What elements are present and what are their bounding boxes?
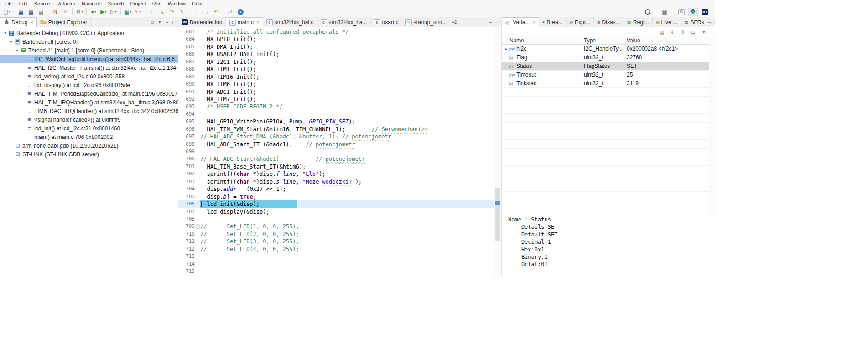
code-line[interactable]: 691 MX_ADC1_Init(); (178, 88, 494, 96)
line-number[interactable]: 688 (178, 66, 200, 73)
code-line[interactable]: 693 /* USER CODE BEGIN 2 */ (178, 103, 494, 110)
code-line[interactable]: 686 MX_USART2_UART_Init(); (178, 51, 494, 58)
editor-tab-startup-stm[interactable]: Sstartup_stm... (402, 17, 451, 27)
variables-view-tab-live[interactable]: ◉Live ... (653, 17, 681, 27)
menu-run[interactable]: Run (149, 1, 165, 6)
tab-overflow-indicator[interactable]: »2 (450, 17, 458, 27)
column-header-value[interactable]: Value (624, 36, 715, 44)
code-line-text[interactable]: MX_ADC1_Init(); (200, 88, 494, 96)
line-number[interactable]: 690 (178, 81, 200, 88)
line-number[interactable]: 712 (178, 246, 200, 253)
stack-frame-item[interactable]: ≡HAL_TIM_PeriodElapsedCallback() at main… (0, 89, 178, 98)
menu-refactor[interactable]: Refactor (53, 1, 79, 6)
last-edit-icon[interactable]: ↶ (212, 8, 221, 16)
empty-table-row[interactable] (502, 200, 715, 209)
line-number[interactable]: 713 (178, 253, 200, 260)
save-all-icon[interactable]: ▩ (26, 8, 36, 16)
line-number[interactable]: 709- (178, 223, 200, 230)
line-number[interactable]: 704 (178, 185, 200, 193)
variable-row[interactable]: (x)=StatusFlagStatusSET (502, 62, 715, 71)
code-line-text[interactable] (200, 215, 494, 223)
print-icon[interactable]: ▤ (36, 8, 46, 16)
code-line-text[interactable]: MX_TIM16_Init(); (200, 73, 494, 81)
line-number[interactable]: 706 (178, 200, 200, 208)
code-line[interactable]: 684 MX_GPIO_Init(); (178, 36, 494, 43)
variables-view-tab-varia[interactable]: (x)=Varia...× (502, 17, 539, 27)
variables-view-tab-expr[interactable]: x²Expr... (567, 17, 594, 27)
build-icon[interactable]: ⚙▾ (75, 8, 84, 16)
tree-expander[interactable]: ▾ (9, 40, 14, 44)
code-line-text[interactable]: // Set_LED(1, 0, 0, 255); (200, 223, 494, 230)
code-line-text[interactable] (200, 268, 494, 275)
stack-frame-item[interactable]: ≡TIM6_DAC_IRQHandler() at stm32l4xx_it.c… (0, 107, 178, 115)
device-config-icon[interactable]: ▦▾ (123, 8, 132, 16)
nav-forward-icon[interactable]: → (202, 8, 211, 16)
code-line-text[interactable]: // HAL_ADC_Start(&hadc1); // potencjomet… (200, 155, 494, 163)
code-line[interactable]: 710// Set_LED(2, 0, 0, 255); (178, 231, 494, 238)
stack-frame-item[interactable]: ≡I2C_WaitOnFlagUntilTimeout() at stm32l4… (0, 55, 178, 63)
code-line[interactable]: 687 MX_I2C1_Init(); (178, 58, 494, 66)
empty-table-row[interactable] (502, 114, 715, 123)
code-line-text[interactable] (200, 148, 494, 155)
new-wizard-icon[interactable]: ▢▾ (2, 8, 11, 16)
maximize-icon[interactable]: ▢ (494, 17, 501, 27)
column-header-name[interactable]: Name (502, 36, 580, 44)
menu-navigate[interactable]: Navigate (78, 1, 104, 6)
code-line-text[interactable]: MX_USART2_UART_Init(); (200, 51, 494, 58)
code-line-text[interactable] (200, 253, 494, 260)
code-line-text[interactable]: MX_GPIO_Init(); (200, 36, 494, 43)
line-number[interactable]: 710 (178, 231, 200, 238)
line-number[interactable]: 689 (178, 73, 200, 81)
code-line-text[interactable]: lcd_display(&disp); (200, 208, 494, 215)
code-line-text[interactable]: sprintf((char *)disp.s_line, "Moze wodec… (200, 178, 494, 185)
code-line-text[interactable]: // Set_LED(2, 0, 0, 255); (200, 231, 494, 238)
code-line-text[interactable]: // HAL_ADC_Start_DMA (&hadc1, &buffer, 1… (200, 133, 494, 140)
code-line-text[interactable]: HAL_GPIO_WritePin(GPIOA, Pump, GPIO_PIN_… (200, 118, 494, 125)
run-icon[interactable]: ▶▾ (99, 8, 108, 16)
code-line-text[interactable] (200, 261, 494, 268)
line-number[interactable]: 686 (178, 51, 200, 58)
debug-icon[interactable]: ●▾ (89, 8, 98, 16)
code-area[interactable]: 683 /* Initialize all configured periphe… (178, 27, 494, 277)
code-line[interactable]: 704 disp.addr = (0x27 << 1); (178, 185, 494, 193)
menu-project[interactable]: Project (127, 1, 149, 6)
maximize-icon[interactable]: ▢ (171, 17, 178, 27)
stack-frame-item[interactable]: ≡lcd_display() at lcd_i2c.c:96 0x80015de (0, 81, 178, 89)
line-number[interactable]: 701 (178, 163, 200, 170)
launch-config-item[interactable]: ▾Bartender Debug [STM32 C/C++ Applicatio… (0, 29, 178, 37)
minimize-icon[interactable]: – (487, 17, 494, 27)
empty-table-row[interactable] (502, 105, 715, 114)
debug-view-tab-project-explorer[interactable]: Project Explorer (37, 17, 91, 27)
line-number[interactable]: 700 (178, 155, 200, 163)
code-line[interactable]: 715 (178, 268, 494, 275)
empty-table-row[interactable] (502, 192, 715, 200)
empty-table-row[interactable] (502, 140, 715, 149)
step-into-icon[interactable]: ↘ (157, 8, 166, 16)
empty-table-row[interactable] (502, 174, 715, 183)
maximize-icon[interactable]: ▢ (711, 17, 715, 27)
line-number[interactable]: 705 (178, 193, 200, 200)
variable-row[interactable]: (x)=Tickstartuint32_t3119 (502, 79, 715, 88)
code-line-text[interactable]: MX_TIM6_Init(); (200, 81, 494, 88)
line-number[interactable]: 691 (178, 88, 200, 96)
code-line-text[interactable]: disp.addr = (0x27 << 1); (200, 185, 494, 193)
code-line[interactable]: 705 disp.bl = true; (178, 193, 494, 200)
variables-view-tab-disas[interactable]: ≡Disas... (594, 17, 624, 27)
program-icon[interactable]: ✎▾ (133, 8, 142, 16)
view-menu-icon[interactable]: ▾ (156, 17, 163, 27)
stack-frame-item[interactable]: ≡HAL_I2C_Master_Transmit() at stm32l4xx_… (0, 63, 178, 72)
code-line[interactable]: 685 MX_DMA_Init(); (178, 43, 494, 51)
code-line[interactable]: 697// HAL_ADC_Start_DMA (&hadc1, &buffer… (178, 133, 494, 140)
empty-table-row[interactable] (502, 123, 715, 131)
save-icon[interactable]: ▦ (16, 8, 26, 16)
code-line[interactable]: 702 sprintf((char *)disp.f_line, "Elo"); (178, 170, 494, 178)
menu-window[interactable]: Window (165, 1, 189, 6)
view-layout-icon[interactable]: ▤ (149, 17, 156, 27)
nav-back-icon[interactable]: ← (192, 8, 201, 16)
column-header-type[interactable]: Type (580, 36, 624, 44)
code-line-text[interactable]: lcd_init(&disp); (200, 200, 494, 208)
line-number[interactable]: 711 (178, 238, 200, 245)
code-line[interactable]: 692 MX_TIM7_Init(); (178, 96, 494, 103)
variables-scrollbar[interactable] (709, 36, 715, 213)
code-line[interactable]: 699 (178, 148, 494, 155)
